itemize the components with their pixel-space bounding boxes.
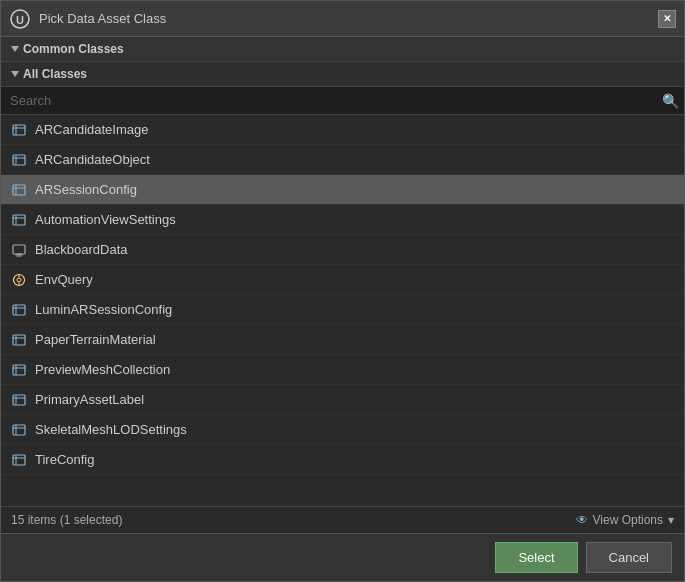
all-classes-section: All Classes	[1, 62, 684, 87]
svg-point-18	[17, 278, 21, 282]
list-item[interactable]: ARCandidateImage	[1, 115, 684, 145]
ue-logo: U	[9, 8, 31, 30]
select-button[interactable]: Select	[495, 542, 577, 573]
item-label: PaperTerrainMaterial	[35, 332, 156, 347]
data-icon	[11, 212, 27, 228]
data-icon	[11, 362, 27, 378]
data-icon	[11, 452, 27, 468]
list-item[interactable]: PreviewMeshCollection	[1, 355, 684, 385]
svg-rect-5	[13, 155, 25, 165]
all-classes-label: All Classes	[23, 67, 87, 81]
svg-rect-2	[13, 125, 25, 135]
common-classes-label: Common Classes	[23, 42, 124, 56]
item-label: TireConfig	[35, 452, 94, 467]
search-input[interactable]	[6, 90, 662, 111]
search-icon: 🔍	[662, 93, 679, 109]
item-label: AutomationViewSettings	[35, 212, 176, 227]
list-item[interactable]: AutomationViewSettings	[1, 205, 684, 235]
common-classes-section: Common Classes	[1, 37, 684, 62]
list-item[interactable]: EnvQuery	[1, 265, 684, 295]
data-icon	[11, 422, 27, 438]
item-label: PreviewMeshCollection	[35, 362, 170, 377]
list-item[interactable]: BlackboardData	[1, 235, 684, 265]
data-icon	[11, 302, 27, 318]
item-label: PrimaryAssetLabel	[35, 392, 144, 407]
item-label: ARSessionConfig	[35, 182, 137, 197]
close-button[interactable]: ✕	[658, 10, 676, 28]
eye-icon: 👁	[576, 513, 588, 527]
button-bar: Select Cancel	[1, 533, 684, 581]
env-icon	[11, 272, 27, 288]
svg-rect-21	[13, 305, 25, 315]
status-count: 15 items (1 selected)	[11, 513, 122, 527]
expand-icon	[11, 46, 19, 52]
svg-rect-8	[13, 185, 25, 195]
list-item[interactable]: ARSessionConfig	[1, 175, 684, 205]
svg-rect-33	[13, 425, 25, 435]
svg-rect-30	[13, 395, 25, 405]
dialog-title: Pick Data Asset Class	[39, 11, 166, 26]
title-bar-left: U Pick Data Asset Class	[9, 8, 166, 30]
list-item[interactable]: LuminARSessionConfig	[1, 295, 684, 325]
data-icon	[11, 122, 27, 138]
list-item[interactable]: SkeletalMeshLODSettings	[1, 415, 684, 445]
view-options-label: View Options	[593, 513, 663, 527]
list-item[interactable]: PaperTerrainMaterial	[1, 325, 684, 355]
item-label: BlackboardData	[35, 242, 128, 257]
svg-rect-24	[13, 335, 25, 345]
view-options-button[interactable]: 👁 View Options ▾	[576, 513, 674, 527]
all-classes-expand-icon	[11, 71, 19, 77]
list-item[interactable]: TireConfig	[1, 445, 684, 475]
item-label: LuminARSessionConfig	[35, 302, 172, 317]
data-icon	[11, 392, 27, 408]
data-icon	[11, 332, 27, 348]
svg-text:U: U	[16, 13, 24, 25]
dialog: U Pick Data Asset Class ✕ Common Classes…	[0, 0, 685, 582]
status-bar: 15 items (1 selected) 👁 View Options ▾	[1, 506, 684, 533]
search-bar: 🔍	[1, 87, 684, 115]
list-item[interactable]: PrimaryAssetLabel	[1, 385, 684, 415]
chevron-down-icon: ▾	[668, 513, 674, 527]
item-label: ARCandidateImage	[35, 122, 148, 137]
svg-rect-14	[13, 245, 25, 254]
list-item[interactable]: ARCandidateObject	[1, 145, 684, 175]
class-list: ARCandidateImage ARCandidateObject ARSes…	[1, 115, 684, 506]
cancel-button[interactable]: Cancel	[586, 542, 672, 573]
svg-rect-36	[13, 455, 25, 465]
item-label: SkeletalMeshLODSettings	[35, 422, 187, 437]
svg-rect-11	[13, 215, 25, 225]
blackboard-icon	[11, 242, 27, 258]
item-label: ARCandidateObject	[35, 152, 150, 167]
title-bar: U Pick Data Asset Class ✕	[1, 1, 684, 37]
data-icon	[11, 182, 27, 198]
item-label: EnvQuery	[35, 272, 93, 287]
list-container: ARCandidateImage ARCandidateObject ARSes…	[1, 115, 684, 506]
svg-rect-27	[13, 365, 25, 375]
data-icon	[11, 152, 27, 168]
